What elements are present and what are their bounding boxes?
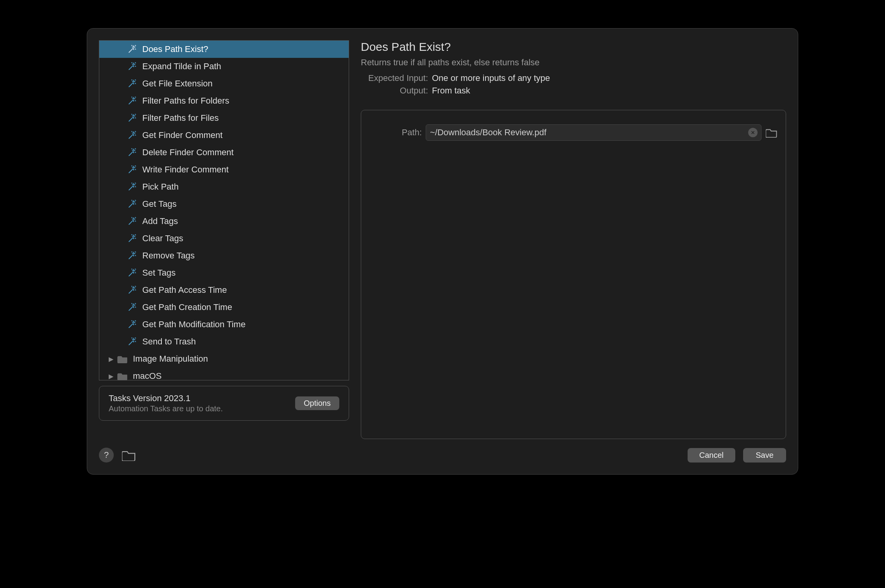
task-item[interactable]: Pick Path	[99, 178, 349, 195]
task-item[interactable]: Get Path Modification Time	[99, 316, 349, 333]
wand-icon	[127, 250, 138, 261]
task-item[interactable]: Get Path Creation Time	[99, 299, 349, 316]
wand-icon	[127, 233, 138, 244]
wand-icon	[127, 216, 138, 227]
detail-description: Returns true if all paths exist, else re…	[361, 57, 786, 68]
folder-item[interactable]: ▶Image Manipulation	[99, 350, 349, 368]
task-list[interactable]: Does Path Exist?Expand Tilde in PathGet …	[99, 40, 349, 380]
wand-icon	[127, 181, 138, 192]
task-item[interactable]: Does Path Exist?	[99, 41, 349, 58]
task-label: Pick Path	[142, 182, 179, 192]
wand-icon	[127, 164, 138, 175]
footer: ? Cancel Save	[99, 448, 786, 463]
wand-icon	[127, 319, 138, 330]
task-label: Write Finder Comment	[142, 165, 229, 175]
task-item[interactable]: Get Path Access Time	[99, 281, 349, 299]
task-item[interactable]: Clear Tags	[99, 230, 349, 247]
svg-point-3	[133, 99, 134, 99]
task-label: Filter Paths for Files	[142, 113, 219, 123]
folder-icon	[117, 372, 128, 380]
cancel-button[interactable]: Cancel	[688, 448, 735, 463]
browse-folder-icon[interactable]	[765, 126, 778, 139]
task-label: Get Path Access Time	[142, 285, 227, 295]
version-title: Tasks Version 2023.1	[109, 393, 223, 403]
task-item[interactable]: Add Tags	[99, 213, 349, 230]
svg-point-9	[133, 202, 134, 203]
task-item[interactable]: Expand Tilde in Path	[99, 58, 349, 75]
sidebar: Does Path Exist?Expand Tilde in PathGet …	[99, 40, 349, 439]
wand-icon	[127, 44, 138, 55]
task-label: Does Path Exist?	[142, 44, 208, 54]
svg-point-1	[133, 64, 134, 65]
wand-icon	[127, 285, 138, 296]
wand-icon	[127, 95, 138, 106]
svg-point-0	[133, 47, 134, 48]
task-item[interactable]: Filter Paths for Files	[99, 109, 349, 127]
svg-point-7	[133, 167, 134, 168]
svg-point-12	[133, 253, 134, 254]
svg-point-4	[133, 116, 134, 117]
output-value: From task	[432, 86, 470, 96]
svg-point-13	[133, 271, 134, 271]
detail-panel: Does Path Exist? Returns true if all pat…	[361, 40, 786, 439]
task-item[interactable]: Get Tags	[99, 195, 349, 213]
svg-point-15	[133, 305, 134, 306]
task-label: Get Tags	[142, 199, 177, 209]
path-input[interactable]	[426, 124, 761, 141]
folder-icon[interactable]	[122, 448, 136, 463]
main-content: Does Path Exist?Expand Tilde in PathGet …	[99, 40, 786, 439]
task-item[interactable]: Delete Finder Comment	[99, 144, 349, 161]
task-label: Clear Tags	[142, 233, 183, 244]
task-label: Set Tags	[142, 268, 176, 278]
task-label: Remove Tags	[142, 251, 195, 261]
folder-item[interactable]: ▶macOS	[99, 368, 349, 380]
task-item[interactable]: Get File Extension	[99, 75, 349, 92]
expected-input-label: Expected Input:	[361, 73, 428, 83]
svg-point-17	[133, 339, 134, 340]
wand-icon	[127, 199, 138, 210]
path-label: Path:	[369, 127, 422, 138]
svg-point-8	[133, 185, 134, 185]
options-button[interactable]: Options	[295, 396, 339, 410]
detail-title: Does Path Exist?	[361, 40, 786, 54]
help-icon[interactable]: ?	[99, 448, 114, 463]
clear-input-icon[interactable]	[748, 128, 758, 137]
folder-label: Image Manipulation	[133, 354, 208, 364]
svg-point-14	[133, 288, 134, 289]
task-item[interactable]: Set Tags	[99, 264, 349, 281]
svg-point-10	[133, 219, 134, 220]
version-subtitle: Automation Tasks are up to date.	[109, 404, 223, 413]
task-item[interactable]: Filter Paths for Folders	[99, 92, 349, 109]
task-item[interactable]: Send to Trash	[99, 333, 349, 350]
task-label: Expand Tilde in Path	[142, 61, 221, 72]
task-label: Send to Trash	[142, 337, 196, 347]
folder-icon	[117, 355, 128, 363]
task-editor-window: Does Path Exist?Expand Tilde in PathGet …	[87, 28, 798, 475]
wand-icon	[127, 78, 138, 89]
wand-icon	[127, 302, 138, 313]
svg-point-2	[133, 81, 134, 82]
task-label: Delete Finder Comment	[142, 147, 234, 158]
svg-point-11	[133, 236, 134, 237]
wand-icon	[127, 267, 138, 278]
chevron-right-icon: ▶	[107, 373, 115, 380]
config-box: Path:	[361, 110, 786, 439]
task-label: Get Path Modification Time	[142, 319, 245, 330]
folder-label: macOS	[133, 371, 161, 380]
svg-point-16	[133, 322, 134, 323]
version-info: Tasks Version 2023.1 Automation Tasks ar…	[99, 386, 349, 421]
save-button[interactable]: Save	[743, 448, 786, 463]
task-label: Filter Paths for Folders	[142, 96, 229, 106]
task-item[interactable]: Remove Tags	[99, 247, 349, 264]
task-label: Add Tags	[142, 216, 178, 226]
wand-icon	[127, 336, 138, 347]
output-label: Output:	[361, 86, 428, 96]
expected-input-value: One or more inputs of any type	[432, 73, 550, 83]
task-item[interactable]: Get Finder Comment	[99, 127, 349, 144]
svg-point-6	[133, 150, 134, 151]
wand-icon	[127, 113, 138, 124]
task-item[interactable]: Write Finder Comment	[99, 161, 349, 178]
wand-icon	[127, 61, 138, 72]
task-label: Get File Extension	[142, 79, 213, 89]
svg-point-5	[133, 133, 134, 134]
